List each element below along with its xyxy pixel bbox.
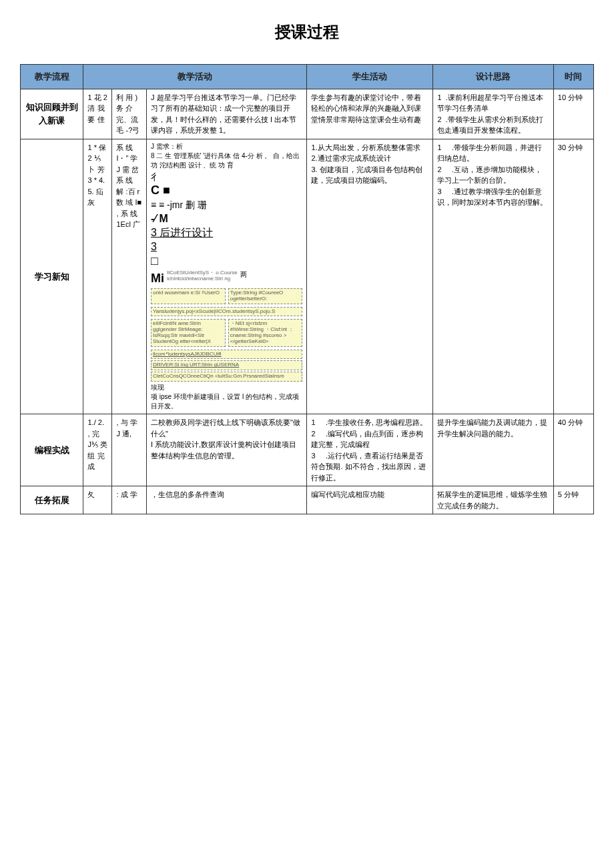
- symbol-text: 3: [151, 240, 303, 253]
- table-row: 任务拓展 夂 : 成 学 ，生信息的多条件查询 编写代码完成相应功能 拓展学生的…: [21, 486, 594, 514]
- header-activity: 教学活动: [83, 65, 307, 89]
- diagram-box: CletCoCnsQCOnneCtiQn <luItSu:Gm.Prsnared…: [151, 372, 303, 382]
- text-fragment: 8 二 生 管理系统' '进行具体 信 4-分 析 。 自，给出功 沱结构图 设…: [151, 152, 300, 169]
- flow-cell: 知识回顾并到入新课: [21, 89, 83, 139]
- symbol-text: 彳: [151, 171, 303, 183]
- design-cell: 提升学生编码能力及调试能力，提升学生解决问题的能力。: [433, 414, 553, 486]
- table-row: 编程实战 1./ 2. , 完 J⅟₅ 类 组 完 成 , 与 学 J 通, 二…: [21, 414, 594, 486]
- sub-cell: 1 * 保 2 ⅟₅ 卜 芳 3 * 4. 5. 疝 灰: [83, 139, 112, 414]
- flow-cell: 编程实战: [21, 414, 83, 486]
- flow-cell: 学习新知: [21, 139, 83, 414]
- diagram-box: onId wusernam e:Si ♯UserO: [151, 288, 226, 304]
- student-cell: 编写代码完成相应功能: [307, 486, 433, 514]
- activity-cell: J 需求：析 8 二 生 管理系统' '进行具体 信 4-分 析 。 自，给出功…: [146, 139, 307, 414]
- sub-cell: 利 用 ) 务 介 完、流 毛 -?弓: [112, 89, 147, 139]
- design-cell: 1 .带领学生分析间题，并进行归纳总结。 2 .互动，逐步增加功能模块，学习上一…: [433, 139, 553, 414]
- student-cell: 学生参与有趣的课堂讨论中，带着轻松的心情和浓厚的兴趣融入到课堂情景非常期待这堂课…: [307, 89, 433, 139]
- text-fragment: 项 ipse 环境中新建项目，设置 I 的包结构，完成项目开发。: [151, 393, 299, 410]
- symbol-text: □: [151, 254, 303, 269]
- tiny-label: 两: [240, 270, 247, 280]
- symbol-text: C ■: [151, 183, 303, 198]
- student-cell: 1.从大局出发，分析系统整体需求 2.通过需求完成系统设计 3. 创建项目，完成…: [307, 139, 433, 414]
- activity-cell: ，生信息的多条件查询: [146, 486, 307, 514]
- sub-cell: 系 线 I・" 学 J 需 岔 系 线 解 :百 r 数 域 I■ , 系 线 …: [112, 139, 147, 414]
- time-cell: 10 分钟: [553, 89, 593, 139]
- design-cell: 拓展学生的逻辑思维，锻炼学生独立完成任务的能力。: [433, 486, 553, 514]
- diagram-box: Yansluden|ys.poj<xScude|IICOm.studentsyS…: [151, 307, 303, 317]
- diagram-box: ・NEt sj<rlsfzm #IWime:String ・CIsf:int ：…: [228, 319, 303, 346]
- tiny-label: ichIntcid/intwcname:Stri ng: [167, 276, 230, 282]
- text-fragment: Mi: [151, 270, 164, 287]
- header-time: 时间: [553, 65, 593, 89]
- student-cell: 1 .学生接收任务, 思考编程思路。 2 .编写代码，由点到面，逐步构建完整，完…: [307, 414, 433, 486]
- symbol-text: -∕ M: [151, 212, 303, 225]
- text-fragment: J 需求：析: [151, 143, 183, 150]
- header-flow: 教学流程: [21, 65, 83, 89]
- diagram-box: DRIVER:Si Ing URT:Strin gUSERNA: [151, 360, 303, 370]
- activity-cell: 二校教师及同学进行线上线下明确该系统要"做什么" I 系统功能设计,数据库设计羹…: [146, 414, 307, 486]
- lesson-table: 教学流程 教学活动 学生活动 设计思路 时间 知识回顾并到入新课 1 花 2 清…: [20, 64, 594, 514]
- sub-cell: 1./ 2. , 完 J⅟₅ 类 组 完 成: [83, 414, 112, 486]
- table-row: 学习新知 1 * 保 2 ⅟₅ 卜 芳 3 * 4. 5. 疝 灰 系 线 I・…: [21, 139, 594, 414]
- flow-cell: 任务拓展: [21, 486, 83, 514]
- design-cell: 1 .课前利用超星学习平台推送本节学习任务清单 2 .带领学生从需求分析到系统打…: [433, 89, 553, 139]
- time-cell: 5 分钟: [553, 486, 593, 514]
- diagram-box: elIlFclntIN ame:Strin ggigender StrMeage…: [151, 319, 226, 346]
- sub-cell: 夂: [83, 486, 112, 514]
- header-student: 学生活动: [307, 65, 433, 89]
- header-row: 教学流程 教学活动 学生活动 设计思路 时间: [21, 65, 594, 89]
- time-cell: 30 分钟: [553, 139, 593, 414]
- activity-cell: J 超星学习平台推送本节学习一单。门已经学习了所有的基础知识：成一个完整的项目开…: [146, 89, 307, 139]
- text-fragment: 埃现: [151, 384, 164, 391]
- diagram-box: llcomꞏludentsysAJflJDBCUtfl: [151, 350, 303, 360]
- sub-cell: : 成 学: [112, 486, 147, 514]
- sub-cell: 1 花 2 清 我 要 佳: [83, 89, 112, 139]
- header-design: 设计思路: [433, 65, 553, 89]
- page-title: 授课过程: [20, 20, 594, 44]
- diagram-box: Type:String #CoureeO ogetterIsetterO:: [228, 288, 303, 304]
- table-row: 知识回顾并到入新课 1 花 2 清 我 要 佳 利 用 ) 务 介 完、流 毛 …: [21, 89, 594, 139]
- tiny-label: IlCoEStUdentSyS・ o.Course: [167, 270, 238, 276]
- symbol-text: ≡ ≡ -jmr 删 珊: [151, 199, 303, 211]
- time-cell: 40 分钟: [553, 414, 593, 486]
- symbol-text: 3 后进行设计: [151, 226, 303, 239]
- sub-cell: , 与 学 J 通,: [112, 414, 147, 486]
